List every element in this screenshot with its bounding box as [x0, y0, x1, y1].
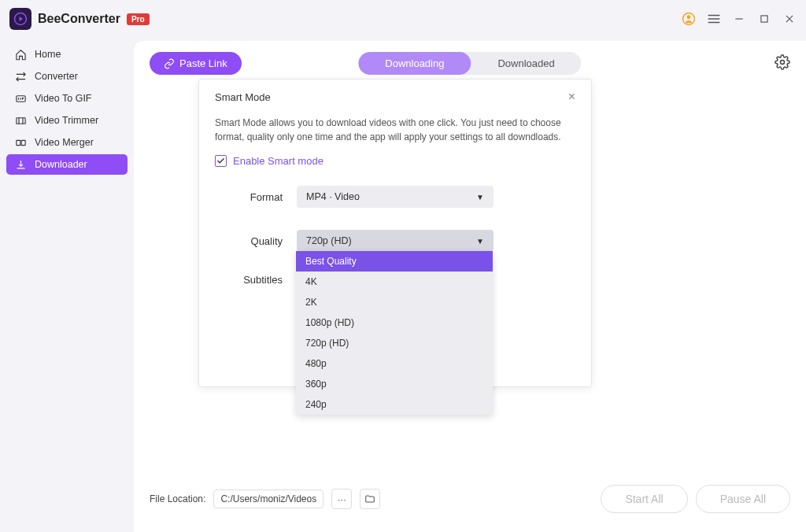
sidebar-item-home[interactable]: Home	[6, 44, 128, 65]
user-icon[interactable]	[682, 12, 696, 26]
pause-all-button[interactable]: Pause All	[696, 485, 790, 513]
merger-icon	[14, 136, 27, 149]
close-icon[interactable]	[782, 12, 797, 26]
sidebar-item-merger[interactable]: Video Merger	[6, 132, 128, 153]
tab-downloading[interactable]: Downloading	[358, 52, 471, 75]
quality-option-best[interactable]: Best Quality	[296, 251, 493, 272]
titlebar-right	[682, 12, 797, 26]
quality-value: 720p (HD)	[306, 235, 352, 246]
tabbar: Downloading Downloaded	[358, 52, 581, 75]
svg-point-2	[687, 15, 691, 19]
quality-option-240p[interactable]: 240p	[296, 394, 493, 415]
enable-smart-mode-checkbox[interactable]	[215, 155, 227, 167]
sidebar-item-label: Converter	[35, 71, 78, 82]
svg-rect-3	[761, 16, 767, 22]
format-label: Format	[215, 191, 297, 203]
paste-link-button[interactable]: Paste Link	[150, 52, 242, 75]
svg-rect-4	[16, 95, 24, 102]
quality-option-1080p[interactable]: 1080p (HD)	[296, 312, 493, 333]
open-folder-button[interactable]	[360, 489, 380, 509]
quality-row: Quality 720p (HD) ▼	[215, 230, 575, 252]
pro-badge: Pro	[127, 13, 150, 25]
sidebar-item-label: Video Trimmer	[35, 115, 98, 126]
quality-select[interactable]: 720p (HD) ▼	[297, 230, 494, 252]
downloader-icon	[14, 158, 27, 171]
paste-link-label: Paste Link	[179, 57, 227, 69]
modal-header: Smart Mode ×	[199, 79, 591, 111]
enable-smart-mode-row: Enable Smart mode	[215, 155, 575, 167]
svg-rect-7	[21, 140, 25, 145]
sidebar-item-downloader[interactable]: Downloader	[6, 154, 128, 175]
quality-label: Quality	[215, 235, 297, 247]
modal-description: Smart Mode allows you to download videos…	[215, 116, 575, 144]
settings-icon[interactable]	[775, 54, 790, 73]
titlebar: BeeConverter Pro	[0, 0, 806, 38]
quality-option-4k[interactable]: 4K	[296, 272, 493, 292]
sidebar: Home Converter Video To GIF Video Trimme…	[0, 38, 134, 532]
menu-icon[interactable]	[707, 12, 721, 26]
file-location-label: File Location:	[150, 493, 205, 504]
trimmer-icon	[14, 114, 27, 127]
sidebar-item-label: Downloader	[35, 159, 87, 170]
quality-dropdown-list: Best Quality 4K 2K 1080p (HD) 720p (HD) …	[296, 251, 493, 415]
app-logo	[9, 8, 31, 30]
sidebar-item-gif[interactable]: Video To GIF	[6, 88, 128, 109]
sidebar-item-converter[interactable]: Converter	[6, 66, 128, 87]
modal-title: Smart Mode	[215, 91, 271, 103]
gif-icon	[14, 92, 27, 105]
subtitles-label: Subtitles	[215, 274, 297, 286]
svg-point-8	[781, 60, 785, 64]
format-select[interactable]: MP4 · Video ▼	[297, 186, 494, 208]
app-name: BeeConverter	[38, 12, 120, 26]
tab-downloaded[interactable]: Downloaded	[471, 52, 581, 75]
enable-smart-mode-label: Enable Smart mode	[233, 155, 324, 167]
sidebar-item-label: Video To GIF	[35, 93, 92, 104]
quality-option-480p[interactable]: 480p	[296, 353, 493, 374]
converter-icon	[14, 70, 27, 83]
footer: File Location: ··· Start All Pause All	[134, 474, 806, 532]
file-location-more-button[interactable]: ···	[331, 489, 352, 509]
sidebar-item-label: Home	[35, 49, 61, 60]
format-row: Format MP4 · Video ▼	[215, 186, 575, 208]
minimize-icon[interactable]	[732, 12, 746, 26]
svg-rect-6	[16, 140, 20, 145]
file-location-input[interactable]	[213, 490, 324, 508]
home-icon	[14, 48, 27, 61]
titlebar-left: BeeConverter Pro	[9, 8, 150, 30]
sidebar-item-trimmer[interactable]: Video Trimmer	[6, 110, 128, 131]
format-value: MP4 · Video	[306, 191, 360, 202]
maximize-icon[interactable]	[757, 12, 771, 26]
quality-option-2k[interactable]: 2K	[296, 292, 493, 312]
start-all-button[interactable]: Start All	[601, 485, 687, 513]
modal-close-button[interactable]: ×	[568, 91, 575, 103]
sidebar-item-label: Video Merger	[35, 137, 94, 148]
chevron-down-icon: ▼	[476, 237, 484, 246]
quality-option-360p[interactable]: 360p	[296, 374, 493, 394]
chevron-down-icon: ▼	[476, 193, 484, 201]
quality-option-720p[interactable]: 720p (HD)	[296, 333, 493, 353]
svg-rect-5	[16, 117, 24, 124]
